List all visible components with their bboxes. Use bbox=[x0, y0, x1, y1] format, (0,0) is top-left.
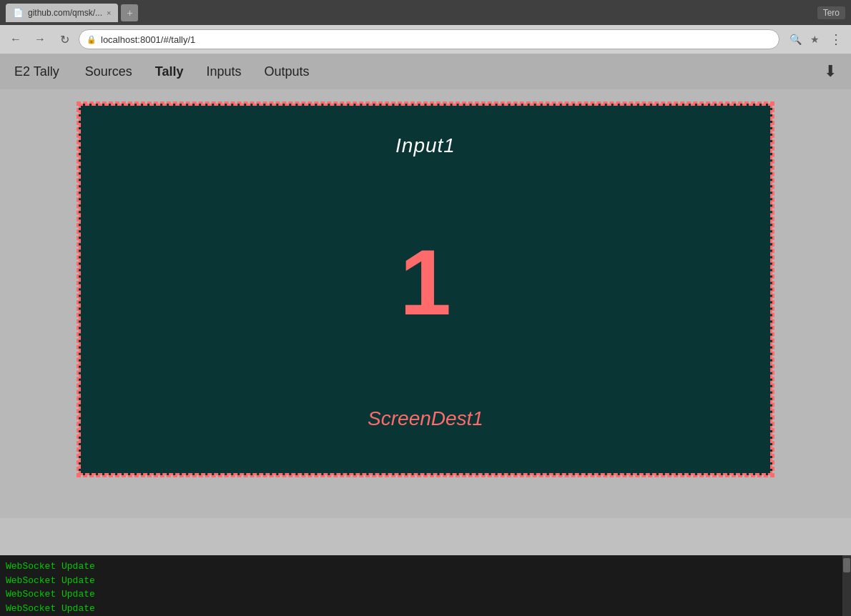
tally-dest-label: ScreenDest1 bbox=[368, 407, 483, 430]
nav-link-tally[interactable]: Tally bbox=[144, 54, 195, 89]
tally-number: 1 bbox=[400, 236, 451, 329]
address-text: localhost:8001/#/tally/1 bbox=[101, 34, 195, 45]
console-line-4: WebSocket Update bbox=[6, 602, 845, 616]
console-line-3: WebSocket Update bbox=[6, 587, 845, 602]
tab-bar: 📄 github.com/qmsk/... × + bbox=[6, 4, 138, 22]
tab-close-button[interactable]: × bbox=[107, 9, 111, 17]
address-bar-actions: 🔍 ★ bbox=[787, 32, 822, 46]
tab-favicon: 📄 bbox=[13, 8, 24, 18]
address-bar-row: ← → ↻ 🔒 localhost:8001/#/tally/1 🔍 ★ ⋮ bbox=[0, 25, 851, 54]
address-secure-icon: 🔒 bbox=[87, 35, 97, 44]
bookmark-icon[interactable]: ★ bbox=[807, 32, 822, 46]
app-brand: E2 Tally bbox=[14, 64, 59, 79]
address-bar[interactable]: 🔒 localhost:8001/#/tally/1 bbox=[79, 29, 779, 49]
nav-link-sources[interactable]: Sources bbox=[74, 54, 144, 89]
scrollbar-thumb[interactable] bbox=[843, 558, 850, 572]
download-icon[interactable]: ⬇ bbox=[824, 62, 837, 81]
tally-input-label: Input1 bbox=[395, 134, 456, 157]
tab-title: github.com/qmsk/... bbox=[28, 8, 102, 18]
browser-menu-button[interactable]: ⋮ bbox=[827, 29, 845, 50]
browser-tab[interactable]: 📄 github.com/qmsk/... × bbox=[6, 4, 118, 22]
new-tab-button[interactable]: + bbox=[121, 4, 138, 21]
console-scrollbar[interactable] bbox=[842, 555, 851, 616]
tally-display-box: Input1 1 ScreenDest1 bbox=[79, 104, 772, 475]
console-line-2: WebSocket Update bbox=[6, 574, 845, 588]
user-label: Tero bbox=[817, 6, 845, 19]
console-line-1: WebSocket Update bbox=[6, 560, 845, 574]
refresh-button[interactable]: ↻ bbox=[54, 29, 74, 49]
back-button[interactable]: ← bbox=[6, 29, 26, 49]
forward-button[interactable]: → bbox=[30, 29, 50, 49]
browser-chrome: 📄 github.com/qmsk/... × + Tero bbox=[0, 0, 851, 25]
search-icon[interactable]: 🔍 bbox=[787, 32, 805, 46]
nav-link-inputs[interactable]: Inputs bbox=[195, 54, 252, 89]
main-content: Input1 1 ScreenDest1 bbox=[0, 89, 851, 518]
app-nav: E2 Tally Sources Tally Inputs Outputs ⬇ bbox=[0, 54, 851, 89]
console-area: WebSocket Update WebSocket Update WebSoc… bbox=[0, 555, 851, 616]
nav-link-outputs[interactable]: Outputs bbox=[252, 54, 320, 89]
